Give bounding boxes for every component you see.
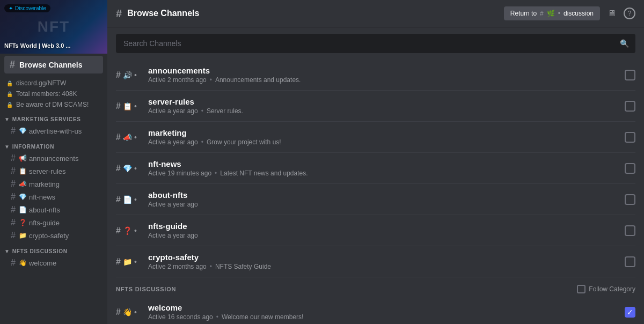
sidebar-item-announcements[interactable]: # 📢 announcements (2, 152, 105, 165)
channel-row-marketing[interactable]: # 📣 • marketing Active a year ago • Grow… (116, 122, 635, 153)
channel-emoji: 👋 (19, 259, 27, 267)
channel-meta: Active 16 seconds ago • Welcome our new … (148, 313, 619, 321)
hash-icon: # (11, 192, 16, 202)
hash-icon: # (116, 226, 121, 235)
channel-checkbox-about-nfts[interactable] (625, 194, 635, 205)
return-emoji: 🌿 (547, 10, 555, 17)
hash-icon: # (11, 126, 16, 136)
dot-separator: • (134, 164, 137, 173)
sidebar: NFT ✦ Discoverable NFTs World | Web 3.0 … (0, 0, 107, 324)
sidebar-item-advertise[interactable]: # 💎 advertise-with-us (2, 124, 105, 137)
channel-row-nfts-guide[interactable]: # ❓ • nfts-guide Active a year ago (116, 215, 635, 246)
hash-icon: # (116, 307, 121, 317)
channel-info-marketing: marketing Active a year ago • Grow your … (148, 128, 619, 146)
channel-name: welcome (148, 303, 619, 312)
nfts-guide-emoji: ❓ (123, 226, 132, 235)
bullet-separator: • (558, 10, 560, 17)
main-header-left: # Browse Channels (116, 8, 199, 20)
dot-separator: • (134, 308, 137, 316)
channel-icons-announcements: # 🔊 • (116, 70, 143, 80)
meta-dot: • (201, 138, 203, 146)
channel-checkbox-welcome[interactable]: ✓ (625, 307, 635, 318)
collapse-icon-discussion: ▼ (4, 248, 10, 254)
sidebar-category-marketing[interactable]: ▼ MARKETING SERVICES (0, 110, 107, 124)
dot-separator: • (134, 133, 137, 142)
channel-checkbox-nft-news[interactable] (625, 163, 635, 174)
channel-row-server-rules[interactable]: # 📋 • server-rules Active a year ago • S… (116, 91, 635, 122)
category-header-nfts-discussion: NFTS DISCUSSION Follow Category (116, 277, 635, 297)
sidebar-item-about-nfts[interactable]: # 📄 about-nfts (2, 203, 105, 216)
channel-emoji: ❓ (19, 219, 27, 226)
channel-name: marketing (148, 128, 619, 137)
channel-icons-nft-news: # 💎 • (116, 164, 143, 173)
sidebar-info-members: 🔒 Total members: 408K (0, 89, 107, 99)
channel-row-nft-news[interactable]: # 💎 • nft-news Active 19 minutes ago • L… (116, 153, 635, 184)
channel-row-crypto-safety[interactable]: # 📁 • crypto-safety Active 2 months ago … (116, 246, 635, 277)
channel-meta: Active 19 minutes ago • Latest NFT news … (148, 170, 619, 177)
channel-meta: Active a year ago (148, 201, 619, 208)
about-nfts-emoji: 📄 (123, 195, 132, 204)
welcome-emoji: 👋 (123, 308, 132, 316)
channel-name: nfts-guide (148, 222, 619, 231)
sidebar-item-welcome[interactable]: # 👋 welcome (2, 256, 105, 269)
channel-checkbox-marketing[interactable] (625, 132, 635, 143)
channel-meta: Active 2 months ago • Announcements and … (148, 76, 619, 84)
meta-dot: • (201, 107, 203, 115)
hash-icon: # (11, 205, 16, 215)
main-title: Browse Channels (127, 9, 199, 18)
marketing-emoji: 📣 (123, 133, 132, 142)
channel-checkbox-nfts-guide[interactable] (625, 225, 635, 236)
lock-icon-3: 🔒 (6, 102, 13, 108)
sidebar-info-discord: 🔒 discord.gg/NFTW (0, 78, 107, 89)
channel-row-announcements[interactable]: # 🔊 • announcements Active 2 months ago … (116, 60, 635, 91)
channel-name: about-nfts (148, 190, 619, 200)
channel-name: announcements (148, 66, 619, 75)
meta-dot: • (210, 76, 212, 84)
crypto-safety-emoji: 📁 (123, 257, 132, 266)
sidebar-category-nfts-discussion[interactable]: ▼ NFTS DISCUSSION (0, 242, 107, 256)
channel-name: crypto-safety (148, 253, 619, 262)
dot-separator: • (134, 71, 137, 79)
meta-dot: • (216, 313, 218, 321)
browse-channels-hash-icon: # (116, 8, 122, 20)
sidebar-item-marketing[interactable]: # 📣 marketing (2, 178, 105, 190)
help-icon-button[interactable]: ? (624, 8, 635, 19)
hash-icon: # (11, 218, 16, 227)
channel-checkbox-announcements[interactable] (625, 70, 635, 80)
search-icon: 🔍 (620, 39, 629, 48)
return-button[interactable]: Return to # 🌿 • discussion (504, 6, 600, 20)
hash-icon: # (11, 179, 16, 189)
dot-separator: • (134, 226, 137, 235)
hash-icon: # (116, 101, 121, 111)
channel-row-about-nfts[interactable]: # 📄 • about-nfts Active a year ago (116, 184, 635, 215)
channel-checkbox-crypto-safety[interactable] (625, 256, 635, 267)
sidebar-item-server-rules[interactable]: # 📋 server-rules (2, 165, 105, 178)
channel-name: server-rules (148, 97, 619, 106)
sidebar-category-information[interactable]: ▼ INFORMATION (0, 137, 107, 152)
browse-channels-label: Browse Channels (19, 61, 82, 69)
channel-emoji: 📢 (19, 154, 27, 162)
hash-icon: # (116, 164, 121, 173)
channel-meta: Active 2 months ago • NFTS Safety Guide (148, 263, 619, 270)
server-logo-text: NFT (38, 18, 70, 35)
browse-channels-nav-item[interactable]: # Browse Channels (4, 56, 103, 73)
meta-dot: • (210, 263, 212, 270)
monitor-icon-button[interactable]: 🖥 (605, 6, 618, 20)
hash-icon: # (116, 132, 121, 142)
search-input[interactable] (116, 34, 635, 53)
channels-list: # 🔊 • announcements Active 2 months ago … (107, 60, 644, 324)
channel-row-welcome[interactable]: # 👋 • welcome Active 16 seconds ago • We… (116, 297, 635, 324)
sidebar-item-nft-news[interactable]: # 💎 nft-news (2, 190, 105, 203)
collapse-icon-marketing: ▼ (4, 116, 10, 122)
channel-checkbox-server-rules[interactable] (625, 101, 635, 112)
dot-separator: • (134, 257, 137, 266)
follow-category-button[interactable]: Follow Category (577, 285, 635, 293)
channel-emoji: 📁 (19, 232, 27, 239)
sidebar-item-nfts-guide[interactable]: # ❓ nfts-guide (2, 216, 105, 229)
channel-icons-welcome: # 👋 • (116, 307, 143, 317)
hash-icon: # (11, 231, 16, 240)
dot-separator: • (134, 102, 137, 111)
sidebar-item-crypto-safety[interactable]: # 📁 crypto-safety (2, 229, 105, 242)
channel-info-crypto-safety: crypto-safety Active 2 months ago • NFTS… (148, 253, 619, 270)
collapse-icon-info: ▼ (4, 144, 10, 150)
